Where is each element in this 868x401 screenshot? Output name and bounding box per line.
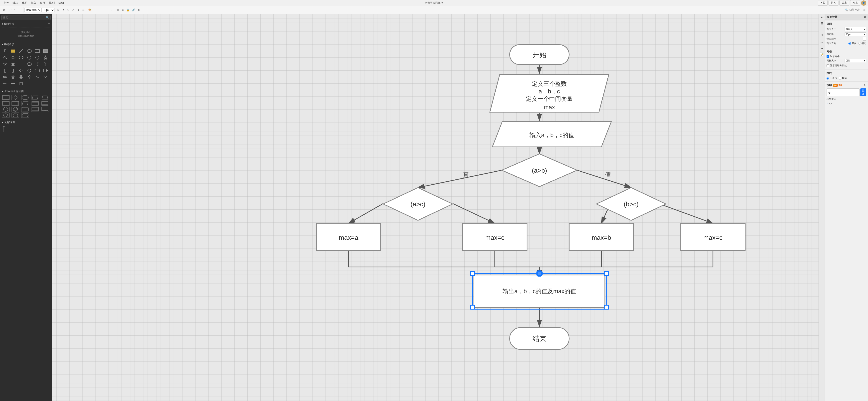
- fc-rect[interactable]: [2, 95, 9, 100]
- arrow-button[interactable]: →: [109, 7, 114, 12]
- shape-line[interactable]: [18, 48, 24, 54]
- my-shapes-header[interactable]: ▾ 我的图形 ⊞: [0, 21, 52, 27]
- line-color-button[interactable]: —: [93, 7, 97, 12]
- menu-file[interactable]: 文件: [2, 1, 11, 5]
- fc-rect3[interactable]: [31, 101, 39, 106]
- font-color-button[interactable]: A: [71, 7, 76, 12]
- underline-button[interactable]: U: [66, 7, 71, 12]
- add-shape-icon[interactable]: ⊞: [48, 23, 50, 26]
- cursor-tool[interactable]: ⊕: [2, 7, 6, 12]
- more-button[interactable]: ⋯: [18, 7, 23, 12]
- copy-button[interactable]: ⧉: [120, 7, 125, 12]
- fc-rect4[interactable]: [41, 101, 49, 106]
- padding-control[interactable]: 20px ▾: [844, 32, 866, 36]
- redo-button[interactable]: ↪: [13, 7, 18, 12]
- portrait-radio[interactable]: [848, 42, 851, 45]
- shape-triangle[interactable]: [2, 55, 8, 61]
- fc-dbl-circle[interactable]: [11, 107, 19, 112]
- shape-wave2[interactable]: [42, 74, 49, 80]
- fc-io[interactable]: [21, 101, 29, 106]
- shape-square-small[interactable]: [18, 81, 24, 87]
- shape-wave[interactable]: [34, 74, 40, 80]
- shape-line-horiz[interactable]: [10, 81, 16, 87]
- fc-circle[interactable]: [2, 107, 9, 112]
- shape-oval[interactable]: [26, 61, 32, 67]
- no-display-option[interactable]: 不显示: [827, 77, 837, 80]
- shape-wave3[interactable]: [2, 81, 8, 87]
- display-radio[interactable]: [839, 77, 841, 80]
- collapse-button[interactable]: ≪: [862, 7, 867, 12]
- undo-rt-button[interactable]: ↩: [819, 40, 825, 45]
- fc-pentagon[interactable]: [11, 113, 19, 118]
- shape-curly-left[interactable]: [34, 61, 40, 67]
- lock-button[interactable]: 🔒: [125, 7, 131, 12]
- show-grid-checkbox[interactable]: [827, 55, 829, 58]
- bold-button[interactable]: B: [56, 7, 61, 12]
- shape-bracket-right[interactable]: [10, 67, 16, 74]
- fc-trapezoid[interactable]: [41, 95, 49, 100]
- undo-button[interactable]: ↩: [8, 7, 13, 12]
- fc-parallelogram[interactable]: [31, 95, 39, 100]
- fill-color-button[interactable]: 🎨: [87, 7, 92, 12]
- show-print-lines-row[interactable]: 显示打印分割线: [827, 64, 866, 67]
- close-panel-icon[interactable]: ✕: [864, 16, 866, 19]
- pool-header[interactable]: ▾ 泳池/泳道: [0, 120, 52, 125]
- shape-chevron-down[interactable]: [2, 61, 8, 67]
- page-size-control[interactable]: 自定义 ▾: [844, 27, 866, 31]
- portrait-option[interactable]: 竖向: [848, 42, 857, 45]
- menu-edit[interactable]: 编辑: [11, 1, 20, 5]
- fc-rounded[interactable]: [21, 95, 29, 100]
- italic-button[interactable]: I: [61, 7, 66, 12]
- redo-rt-button[interactable]: ↪: [819, 46, 825, 51]
- shape-down-arrow[interactable]: [18, 74, 24, 80]
- basic-shapes-header[interactable]: ▾ 基础图形: [0, 42, 52, 47]
- landscape-option[interactable]: 横向: [858, 42, 866, 45]
- show-print-lines-checkbox[interactable]: [827, 64, 829, 67]
- flowchart-header[interactable]: ▾ Flowchart 流程图: [0, 89, 52, 94]
- fc-rect5[interactable]: [31, 107, 39, 112]
- shape-cloud[interactable]: [10, 61, 16, 67]
- refresh-icon[interactable]: ↻: [864, 84, 866, 87]
- no-display-radio[interactable]: [827, 77, 829, 80]
- note-button[interactable]: 📝: [819, 52, 825, 57]
- menu-insert[interactable]: 插入: [29, 1, 38, 5]
- shape-rect-outline[interactable]: [34, 48, 40, 54]
- menu-help[interactable]: 帮助: [56, 1, 65, 5]
- fc-wavy[interactable]: [41, 107, 49, 112]
- canvas-area[interactable]: 真 假: [52, 14, 818, 401]
- shape-circle[interactable]: [26, 55, 32, 61]
- page-list-button[interactable]: ☰: [819, 27, 825, 32]
- shape-ellipse[interactable]: [26, 48, 32, 54]
- shape-arrow-left[interactable]: [18, 67, 24, 74]
- add-page-button[interactable]: +: [819, 15, 825, 20]
- share-button[interactable]: 分享: [839, 0, 849, 6]
- shape-curly-right[interactable]: [42, 61, 49, 67]
- shape-rect-fill[interactable]: [42, 48, 49, 54]
- fc-diamond[interactable]: [11, 95, 19, 100]
- fc-rounded2[interactable]: [21, 107, 29, 112]
- show-grid-checkbox-row[interactable]: 显示网格: [827, 55, 866, 58]
- font-size-selector[interactable]: 13px: [41, 8, 55, 12]
- shape-up-arrow[interactable]: [10, 74, 16, 80]
- collaborate-button[interactable]: 协作: [829, 0, 838, 6]
- shape-circle2[interactable]: [34, 55, 40, 61]
- shape-plus[interactable]: [18, 61, 24, 67]
- page-thumbnail-button[interactable]: ⊞: [819, 21, 825, 26]
- percent-button[interactable]: %: [136, 7, 141, 12]
- fc-diamond2[interactable]: [2, 113, 9, 118]
- shape-curly-brace[interactable]: [26, 67, 32, 74]
- table-button[interactable]: ⊞: [115, 7, 120, 12]
- landscape-radio[interactable]: [858, 42, 861, 45]
- fc-hexagon[interactable]: [21, 113, 29, 118]
- shape-rect-rounded[interactable]: [34, 67, 40, 74]
- display-option[interactable]: 显示: [839, 77, 847, 80]
- shape-up-arrow2[interactable]: [26, 74, 32, 80]
- watermark-input[interactable]: [827, 88, 860, 96]
- list-button[interactable]: ☰: [81, 7, 86, 12]
- shape-highlight[interactable]: [10, 48, 16, 54]
- search-input[interactable]: [3, 16, 46, 19]
- line-style-button[interactable]: ⋯: [98, 7, 102, 12]
- add-watermark-button[interactable]: 添加: [860, 88, 866, 96]
- bg-color-picker[interactable]: [863, 37, 866, 40]
- shape-text[interactable]: T: [2, 48, 8, 54]
